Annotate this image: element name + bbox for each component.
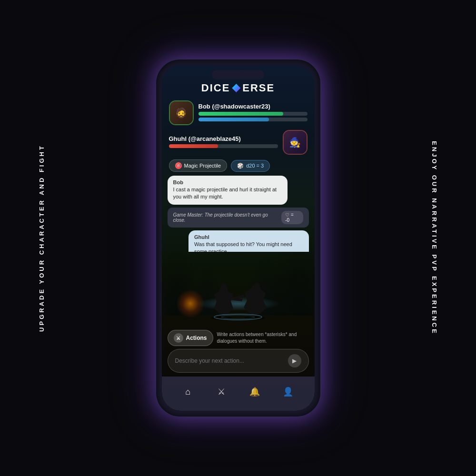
phone-screen: DICE ERSE 🧔 Bob (@shadowcaster23): [162, 65, 315, 411]
home-icon: ⌂: [185, 387, 190, 397]
actions-button-label: Actions: [186, 335, 207, 341]
player1-avatar-image: 🧔: [170, 101, 193, 124]
player2-info: Ghuhl (@arcaneblaze45): [169, 135, 278, 150]
dice-badge-label: d20 = 3: [246, 163, 264, 169]
player2-name: Ghuhl (@arcaneblaze45): [169, 135, 278, 142]
player1-name: Bob (@shadowcaster23): [198, 103, 307, 110]
bottom-section: ⚔ Actions Write actions between *asteris…: [162, 327, 315, 377]
chat-gm-text: Game Master: The projectile doesn't even…: [173, 212, 282, 223]
player1-health-bar: [198, 112, 307, 116]
player2-health-fill: [169, 144, 218, 148]
battle-silhouettes: [200, 280, 276, 320]
chat-bubble-ghuhl: Ghuhl Was that supposed to hit? You migh…: [188, 230, 308, 252]
player1-info: Bob (@shadowcaster23): [198, 103, 307, 123]
action-input[interactable]: [175, 357, 283, 364]
actions-button-icon: ⚔: [174, 333, 183, 343]
action-badge-row: 🎯 Magic Projectile 🎲 d20 = 3: [162, 159, 315, 176]
player1-mana-fill: [198, 118, 269, 121]
phone-frame: DICE ERSE 🧔 Bob (@shadowcaster23): [156, 60, 320, 416]
chat-text-ghuhl: Was that supposed to hit? You might need…: [194, 241, 303, 252]
player2-avatar: 🧙: [283, 130, 307, 155]
profile-icon: 👤: [283, 387, 293, 397]
actions-button[interactable]: ⚔ Actions: [168, 330, 213, 346]
left-side-text: UPGRADE YOUR CHARACTER AND FIGHT: [38, 144, 45, 332]
chat-sender-ghuhl: Ghuhl: [194, 234, 303, 240]
battle-icon: ⚔: [218, 387, 225, 397]
dice-badge: 🎲 d20 = 3: [231, 160, 270, 172]
chat-text-bob: I cast a magic projectile and hurl it st…: [173, 186, 282, 201]
players-section: 🧔 Bob (@shadowcaster23): [162, 98, 315, 159]
chat-bubble-bob: Bob I cast a magic projectile and hurl i…: [168, 176, 288, 205]
dice-icon: 🎲: [237, 163, 244, 169]
action-badge-label: Magic Projectile: [184, 163, 221, 169]
right-side-text: ENJOY OUR NARRATIVE PVP EXPERIENCE: [431, 141, 438, 335]
damage-badge: ♡ = -0: [281, 211, 303, 224]
player2-card: Ghuhl (@arcaneblaze45) 🧙: [169, 130, 307, 155]
chat-area: Bob I cast a magic projectile and hurl i…: [162, 176, 315, 252]
nav-home[interactable]: ⌂: [178, 382, 198, 401]
phone-notch: [212, 70, 264, 79]
app-content: DICE ERSE 🧔 Bob (@shadowcaster23): [162, 65, 315, 411]
send-button[interactable]: ▶: [288, 354, 301, 367]
app-logo: DICE ERSE: [169, 82, 307, 94]
chat-gm-message: Game Master: The projectile doesn't even…: [168, 208, 309, 228]
logo-diamond-icon: [232, 84, 240, 92]
player2-avatar-image: 🧙: [284, 131, 307, 154]
player1-card: 🧔 Bob (@shadowcaster23): [169, 100, 307, 125]
chat-sender-bob: Bob: [173, 179, 282, 185]
nav-battle[interactable]: ⚔: [212, 382, 231, 401]
bottom-nav: ⌂ ⚔ 🔔 👤: [162, 377, 315, 411]
nav-profile[interactable]: 👤: [278, 382, 298, 401]
player1-health-fill: [198, 112, 284, 116]
player2-health-bar: [169, 144, 278, 148]
logo-text-prefix: DICE: [201, 82, 230, 94]
logo-text-suffix: ERSE: [242, 82, 275, 94]
player1-avatar: 🧔: [169, 100, 194, 125]
actions-hint-row: ⚔ Actions Write actions between *asteris…: [168, 330, 309, 346]
bell-icon: 🔔: [249, 387, 260, 397]
action-badge[interactable]: 🎯 Magic Projectile: [169, 159, 228, 172]
action-input-row[interactable]: ▶: [168, 349, 309, 373]
player1-mana-bar: [198, 118, 307, 121]
nav-notifications[interactable]: 🔔: [245, 382, 264, 401]
actions-hint-text: Write actions between *asterisks* and di…: [217, 330, 309, 345]
action-badge-icon: 🎯: [175, 162, 182, 169]
